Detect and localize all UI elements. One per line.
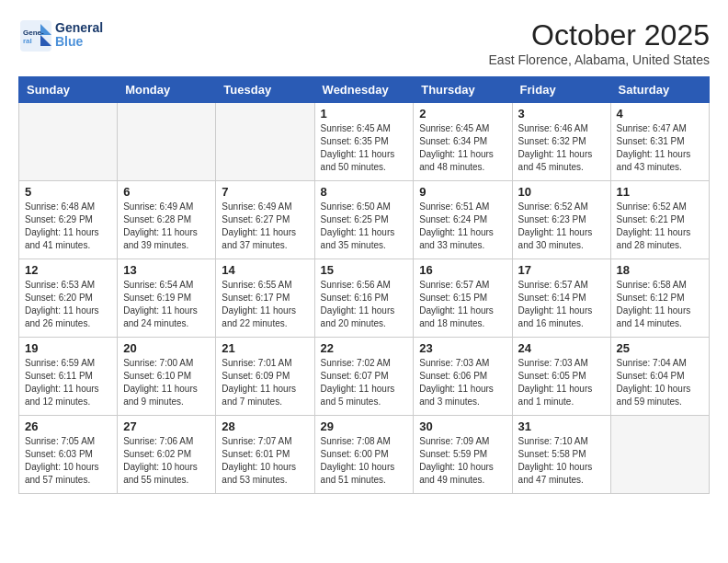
day-number: 16 bbox=[419, 263, 506, 277]
day-info: Sunrise: 6:47 AM Sunset: 6:31 PM Dayligh… bbox=[617, 122, 703, 174]
day-number: 9 bbox=[419, 185, 506, 199]
day-info: Sunrise: 7:02 AM Sunset: 6:07 PM Dayligh… bbox=[321, 357, 408, 408]
day-number: 8 bbox=[321, 185, 408, 199]
day-cell: 14Sunrise: 6:55 AM Sunset: 6:17 PM Dayli… bbox=[216, 259, 314, 338]
title-section: October 2025 East Florence, Alabama, Uni… bbox=[489, 18, 710, 67]
day-cell: 4Sunrise: 6:47 AM Sunset: 6:31 PM Daylig… bbox=[610, 103, 709, 181]
day-number: 19 bbox=[25, 341, 111, 355]
day-number: 4 bbox=[617, 107, 703, 121]
day-info: Sunrise: 7:01 AM Sunset: 6:09 PM Dayligh… bbox=[222, 357, 308, 408]
day-info: Sunrise: 6:48 AM Sunset: 6:29 PM Dayligh… bbox=[25, 201, 111, 252]
day-number: 3 bbox=[518, 107, 605, 121]
day-cell bbox=[19, 103, 118, 181]
weekday-header-friday: Friday bbox=[512, 77, 610, 103]
day-info: Sunrise: 6:49 AM Sunset: 6:28 PM Dayligh… bbox=[123, 201, 210, 252]
day-cell: 23Sunrise: 7:03 AM Sunset: 6:06 PM Dayli… bbox=[414, 338, 512, 416]
day-number: 25 bbox=[617, 341, 703, 355]
day-info: Sunrise: 7:10 AM Sunset: 5:58 PM Dayligh… bbox=[518, 435, 605, 487]
day-cell: 21Sunrise: 7:01 AM Sunset: 6:09 PM Dayli… bbox=[216, 338, 314, 416]
week-row-2: 5Sunrise: 6:48 AM Sunset: 6:29 PM Daylig… bbox=[19, 181, 710, 259]
day-cell: 6Sunrise: 6:49 AM Sunset: 6:28 PM Daylig… bbox=[118, 181, 216, 259]
day-cell bbox=[216, 103, 314, 181]
weekday-header-thursday: Thursday bbox=[414, 77, 512, 103]
day-cell: 16Sunrise: 6:57 AM Sunset: 6:15 PM Dayli… bbox=[414, 259, 512, 338]
week-row-3: 12Sunrise: 6:53 AM Sunset: 6:20 PM Dayli… bbox=[19, 259, 710, 338]
day-info: Sunrise: 6:59 AM Sunset: 6:11 PM Dayligh… bbox=[25, 357, 111, 408]
day-info: Sunrise: 6:52 AM Sunset: 6:23 PM Dayligh… bbox=[518, 201, 605, 252]
weekday-header-row: SundayMondayTuesdayWednesdayThursdayFrid… bbox=[19, 77, 710, 103]
day-cell: 17Sunrise: 6:57 AM Sunset: 6:14 PM Dayli… bbox=[512, 259, 610, 338]
day-cell: 11Sunrise: 6:52 AM Sunset: 6:21 PM Dayli… bbox=[610, 181, 709, 259]
day-cell: 5Sunrise: 6:48 AM Sunset: 6:29 PM Daylig… bbox=[19, 181, 118, 259]
week-row-4: 19Sunrise: 6:59 AM Sunset: 6:11 PM Dayli… bbox=[19, 338, 710, 416]
day-info: Sunrise: 7:04 AM Sunset: 6:04 PM Dayligh… bbox=[617, 357, 703, 408]
day-number: 26 bbox=[25, 419, 111, 433]
day-cell: 22Sunrise: 7:02 AM Sunset: 6:07 PM Dayli… bbox=[314, 338, 414, 416]
day-number: 10 bbox=[518, 185, 605, 199]
day-cell: 24Sunrise: 7:03 AM Sunset: 6:05 PM Dayli… bbox=[512, 338, 610, 416]
day-number: 23 bbox=[419, 341, 506, 355]
calendar-table: SundayMondayTuesdayWednesdayThursdayFrid… bbox=[18, 76, 710, 494]
day-cell: 25Sunrise: 7:04 AM Sunset: 6:04 PM Dayli… bbox=[610, 338, 709, 416]
day-info: Sunrise: 7:08 AM Sunset: 6:00 PM Dayligh… bbox=[321, 435, 408, 487]
day-number: 6 bbox=[123, 185, 210, 199]
day-number: 29 bbox=[321, 419, 408, 433]
day-number: 18 bbox=[617, 263, 703, 277]
day-cell: 10Sunrise: 6:52 AM Sunset: 6:23 PM Dayli… bbox=[512, 181, 610, 259]
day-info: Sunrise: 6:45 AM Sunset: 6:34 PM Dayligh… bbox=[419, 122, 506, 174]
day-number: 17 bbox=[518, 263, 605, 277]
day-info: Sunrise: 7:06 AM Sunset: 6:02 PM Dayligh… bbox=[123, 435, 210, 487]
day-number: 12 bbox=[25, 263, 111, 277]
page-header: Gene- ral General Blue October 2025 East… bbox=[18, 18, 710, 67]
day-number: 2 bbox=[419, 107, 506, 121]
day-cell: 8Sunrise: 6:50 AM Sunset: 6:25 PM Daylig… bbox=[314, 181, 414, 259]
day-info: Sunrise: 6:55 AM Sunset: 6:17 PM Dayligh… bbox=[222, 279, 308, 330]
day-number: 22 bbox=[321, 341, 408, 355]
day-cell: 13Sunrise: 6:54 AM Sunset: 6:19 PM Dayli… bbox=[118, 259, 216, 338]
day-cell: 1Sunrise: 6:45 AM Sunset: 6:35 PM Daylig… bbox=[314, 103, 414, 181]
day-cell: 7Sunrise: 6:49 AM Sunset: 6:27 PM Daylig… bbox=[216, 181, 314, 259]
day-number: 7 bbox=[222, 185, 308, 199]
day-info: Sunrise: 6:50 AM Sunset: 6:25 PM Dayligh… bbox=[321, 201, 408, 252]
day-number: 1 bbox=[321, 107, 408, 121]
week-row-5: 26Sunrise: 7:05 AM Sunset: 6:03 PM Dayli… bbox=[19, 416, 710, 494]
logo: Gene- ral General Blue bbox=[18, 18, 103, 52]
day-cell: 12Sunrise: 6:53 AM Sunset: 6:20 PM Dayli… bbox=[19, 259, 118, 338]
day-info: Sunrise: 7:09 AM Sunset: 5:59 PM Dayligh… bbox=[419, 435, 506, 487]
day-info: Sunrise: 7:03 AM Sunset: 6:06 PM Dayligh… bbox=[419, 357, 506, 408]
day-info: Sunrise: 6:53 AM Sunset: 6:20 PM Dayligh… bbox=[25, 279, 111, 330]
day-cell: 19Sunrise: 6:59 AM Sunset: 6:11 PM Dayli… bbox=[19, 338, 118, 416]
day-cell: 27Sunrise: 7:06 AM Sunset: 6:02 PM Dayli… bbox=[118, 416, 216, 494]
day-number: 11 bbox=[617, 185, 703, 199]
day-cell: 2Sunrise: 6:45 AM Sunset: 6:34 PM Daylig… bbox=[414, 103, 512, 181]
day-cell: 29Sunrise: 7:08 AM Sunset: 6:00 PM Dayli… bbox=[314, 416, 414, 494]
day-cell: 15Sunrise: 6:56 AM Sunset: 6:16 PM Dayli… bbox=[314, 259, 414, 338]
day-info: Sunrise: 6:51 AM Sunset: 6:24 PM Dayligh… bbox=[419, 201, 506, 252]
weekday-header-saturday: Saturday bbox=[610, 77, 709, 103]
day-cell: 28Sunrise: 7:07 AM Sunset: 6:01 PM Dayli… bbox=[216, 416, 314, 494]
day-cell bbox=[610, 416, 709, 494]
day-info: Sunrise: 6:57 AM Sunset: 6:14 PM Dayligh… bbox=[518, 279, 605, 330]
day-number: 31 bbox=[518, 419, 605, 433]
logo-blue: Blue bbox=[55, 35, 103, 49]
day-info: Sunrise: 6:54 AM Sunset: 6:19 PM Dayligh… bbox=[123, 279, 210, 330]
day-info: Sunrise: 6:56 AM Sunset: 6:16 PM Dayligh… bbox=[321, 279, 408, 330]
logo-general: General bbox=[55, 21, 103, 35]
week-row-1: 1Sunrise: 6:45 AM Sunset: 6:35 PM Daylig… bbox=[19, 103, 710, 181]
calendar-title: October 2025 bbox=[489, 18, 710, 52]
day-cell: 18Sunrise: 6:58 AM Sunset: 6:12 PM Dayli… bbox=[610, 259, 709, 338]
day-number: 27 bbox=[123, 419, 210, 433]
day-cell: 9Sunrise: 6:51 AM Sunset: 6:24 PM Daylig… bbox=[414, 181, 512, 259]
day-number: 5 bbox=[25, 185, 111, 199]
weekday-header-sunday: Sunday bbox=[19, 77, 118, 103]
day-info: Sunrise: 7:07 AM Sunset: 6:01 PM Dayligh… bbox=[222, 435, 308, 487]
day-info: Sunrise: 6:58 AM Sunset: 6:12 PM Dayligh… bbox=[617, 279, 703, 330]
weekday-header-wednesday: Wednesday bbox=[314, 77, 414, 103]
day-cell: 30Sunrise: 7:09 AM Sunset: 5:59 PM Dayli… bbox=[414, 416, 512, 494]
day-cell: 31Sunrise: 7:10 AM Sunset: 5:58 PM Dayli… bbox=[512, 416, 610, 494]
day-info: Sunrise: 7:00 AM Sunset: 6:10 PM Dayligh… bbox=[123, 357, 210, 408]
day-info: Sunrise: 6:49 AM Sunset: 6:27 PM Dayligh… bbox=[222, 201, 308, 252]
logo-text: General Blue bbox=[55, 21, 103, 50]
logo-icon: Gene- ral bbox=[18, 18, 51, 52]
day-info: Sunrise: 6:52 AM Sunset: 6:21 PM Dayligh… bbox=[617, 201, 703, 252]
